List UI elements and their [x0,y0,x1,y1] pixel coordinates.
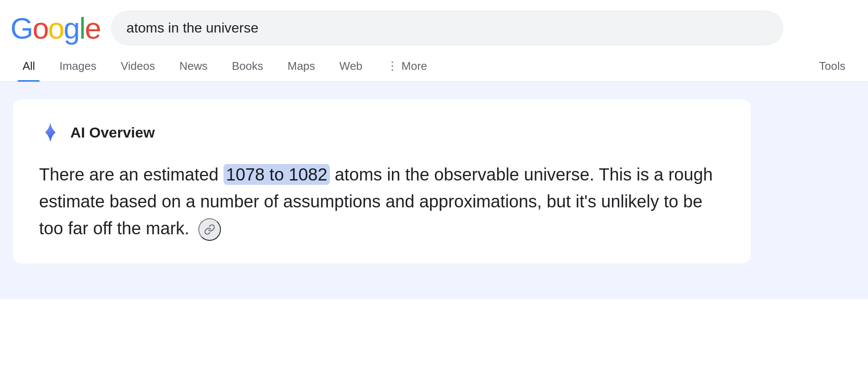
link-icon [204,224,215,235]
header: Google atoms in the universe [0,0,868,51]
ai-overview-card: AI Overview There are an estimated 1078 … [13,99,751,263]
ai-sparkle-icon [39,121,62,144]
tab-images[interactable]: Images [47,51,108,82]
main-content: AI Overview There are an estimated 1078 … [0,82,868,299]
ai-overview-header: AI Overview [39,121,725,144]
nav-tabs: All Images Videos News Books Maps Web ⋮ … [0,51,868,82]
tab-maps[interactable]: Maps [275,51,327,82]
logo-letter-o1: o [33,12,48,45]
google-logo[interactable]: Google [10,13,100,43]
link-citation-button[interactable] [198,218,221,241]
logo-letter-e: e [85,12,101,45]
ai-overview-title: AI Overview [70,124,155,141]
logo-letter-g: g [64,12,79,45]
search-bar[interactable]: atoms in the universe [111,10,783,46]
tab-more[interactable]: ⋮ More [375,51,439,82]
search-value: atoms in the universe [126,20,258,36]
ai-overview-body: There are an estimated 1078 to 1082 atom… [39,161,725,242]
tab-web[interactable]: Web [327,51,375,82]
more-dots-icon: ⋮ [387,59,398,73]
logo-letter-G: G [10,12,33,45]
more-label: More [401,59,427,73]
logo-letter-o2: o [48,12,64,45]
tab-all[interactable]: All [10,51,47,82]
tab-news[interactable]: News [167,51,220,82]
tab-videos[interactable]: Videos [108,51,167,82]
ai-highlight: 1078 to 1082 [224,164,330,185]
ai-text-before: There are an estimated [39,165,224,184]
logo-letter-l: l [79,12,85,45]
tab-tools[interactable]: Tools [807,51,858,82]
tab-books[interactable]: Books [220,51,275,82]
